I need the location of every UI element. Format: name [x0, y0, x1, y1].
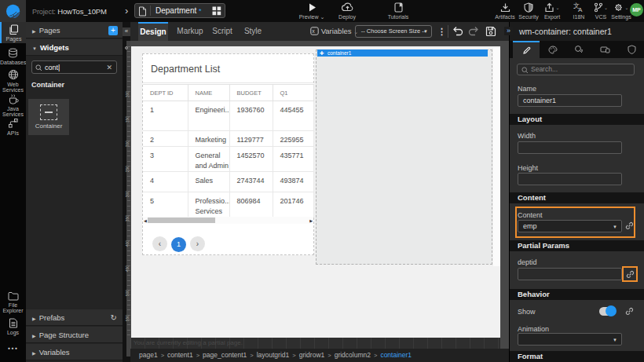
- svg-text:x: x: [312, 28, 315, 34]
- svg-text:A: A: [578, 6, 583, 13]
